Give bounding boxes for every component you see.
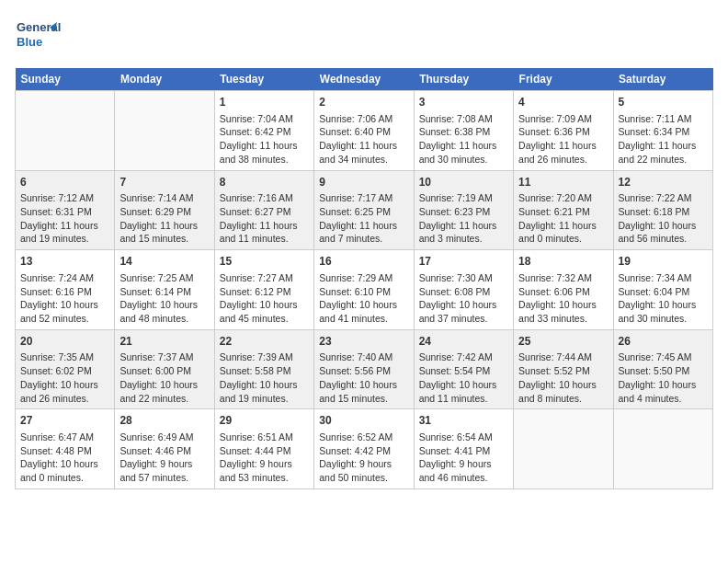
day-info: Daylight: 10 hours: [119, 298, 209, 312]
calendar-cell: 2Sunrise: 7:06 AMSunset: 6:40 PMDaylight…: [314, 91, 414, 171]
day-info: and 19 minutes.: [220, 392, 309, 406]
day-number: 11: [518, 175, 608, 190]
day-info: Sunset: 6:18 PM: [619, 205, 708, 219]
day-info: and 22 minutes.: [619, 153, 708, 167]
day-info: Sunset: 5:50 PM: [619, 364, 708, 378]
day-number: 5: [619, 95, 708, 110]
day-info: Sunrise: 7:14 AM: [119, 191, 209, 205]
day-info: Sunrise: 7:22 AM: [619, 191, 708, 205]
calendar-cell: 25Sunrise: 7:44 AMSunset: 5:52 PMDayligh…: [514, 329, 613, 409]
day-info: Sunrise: 7:04 AM: [220, 112, 309, 126]
calendar-cell: [16, 91, 115, 171]
day-info: and 50 minutes.: [319, 471, 408, 485]
calendar-week-row: 27Sunrise: 6:47 AMSunset: 4:48 PMDayligh…: [16, 409, 713, 489]
day-number: 26: [619, 334, 708, 350]
day-info: Sunrise: 7:25 AM: [119, 271, 209, 285]
day-info: Sunrise: 7:34 AM: [619, 271, 708, 285]
header-row: SundayMondayTuesdayWednesdayThursdayFrid…: [16, 68, 713, 91]
day-info: and 37 minutes.: [419, 312, 508, 326]
day-info: and 41 minutes.: [319, 312, 408, 326]
day-info: Sunset: 6:08 PM: [419, 285, 508, 299]
day-info: Sunrise: 7:20 AM: [518, 191, 608, 205]
calendar-week-row: 20Sunrise: 7:35 AMSunset: 6:02 PMDayligh…: [16, 329, 713, 409]
day-info: Daylight: 10 hours: [20, 378, 109, 392]
page-header: General Blue: [15, 15, 713, 61]
day-info: Sunset: 6:12 PM: [220, 285, 309, 299]
calendar-cell: 18Sunrise: 7:32 AMSunset: 6:06 PMDayligh…: [514, 250, 613, 330]
day-info: Sunrise: 7:40 AM: [319, 350, 408, 364]
logo: General Blue: [15, 15, 61, 61]
day-number: 4: [518, 95, 608, 110]
day-info: and 15 minutes.: [119, 232, 209, 246]
logo-svg: General Blue: [15, 15, 61, 61]
day-info: Daylight: 11 hours: [419, 139, 508, 153]
calendar-cell: 16Sunrise: 7:29 AMSunset: 6:10 PMDayligh…: [314, 250, 414, 330]
weekday-header: Monday: [115, 68, 214, 91]
day-info: Daylight: 10 hours: [20, 457, 109, 471]
day-info: Daylight: 10 hours: [220, 298, 309, 312]
day-info: Sunset: 6:10 PM: [319, 285, 408, 299]
day-info: Daylight: 11 hours: [518, 219, 608, 233]
day-info: Sunrise: 7:27 AM: [220, 271, 309, 285]
calendar-cell: 22Sunrise: 7:39 AMSunset: 5:58 PMDayligh…: [214, 329, 313, 409]
day-info: and 48 minutes.: [119, 312, 209, 326]
day-number: 9: [319, 175, 408, 190]
day-info: Daylight: 10 hours: [619, 219, 708, 233]
day-info: and 30 minutes.: [619, 312, 708, 326]
day-number: 1: [220, 95, 309, 110]
day-number: 22: [220, 334, 309, 350]
day-number: 3: [419, 95, 508, 110]
day-number: 18: [518, 254, 608, 270]
calendar-cell: 7Sunrise: 7:14 AMSunset: 6:29 PMDaylight…: [115, 170, 214, 250]
day-info: and 11 minutes.: [419, 392, 508, 406]
calendar-cell: 28Sunrise: 6:49 AMSunset: 4:46 PMDayligh…: [115, 409, 214, 489]
day-number: 7: [119, 175, 209, 190]
day-info: Sunrise: 6:51 AM: [220, 431, 309, 444]
day-info: Daylight: 9 hours: [319, 457, 408, 471]
day-info: Daylight: 10 hours: [319, 378, 408, 392]
day-info: and 57 minutes.: [119, 471, 209, 485]
calendar-cell: 9Sunrise: 7:17 AMSunset: 6:25 PMDaylight…: [314, 170, 414, 250]
day-info: Sunrise: 7:16 AM: [220, 191, 309, 205]
calendar-cell: 26Sunrise: 7:45 AMSunset: 5:50 PMDayligh…: [613, 329, 712, 409]
day-info: Sunrise: 7:17 AM: [319, 191, 408, 205]
day-info: and 15 minutes.: [319, 392, 408, 406]
calendar-table: SundayMondayTuesdayWednesdayThursdayFrid…: [15, 68, 713, 489]
day-info: Sunrise: 7:19 AM: [419, 191, 508, 205]
day-info: and 38 minutes.: [220, 153, 309, 167]
calendar-cell: [514, 409, 613, 489]
day-info: Sunset: 5:58 PM: [220, 364, 309, 378]
weekday-header: Saturday: [613, 68, 712, 91]
day-info: Sunrise: 7:11 AM: [619, 112, 708, 126]
day-info: Sunset: 6:21 PM: [518, 205, 608, 219]
day-number: 13: [20, 254, 109, 270]
day-number: 19: [619, 254, 708, 270]
day-info: Sunset: 6:23 PM: [419, 205, 508, 219]
calendar-cell: 15Sunrise: 7:27 AMSunset: 6:12 PMDayligh…: [214, 250, 313, 330]
day-info: Sunrise: 7:44 AM: [518, 350, 608, 364]
day-info: Sunrise: 6:52 AM: [319, 431, 408, 444]
day-info: Daylight: 10 hours: [319, 298, 408, 312]
day-info: Sunset: 6:42 PM: [220, 125, 309, 139]
day-info: Sunset: 6:31 PM: [20, 205, 109, 219]
calendar-cell: 10Sunrise: 7:19 AMSunset: 6:23 PMDayligh…: [414, 170, 513, 250]
day-number: 12: [619, 175, 708, 190]
calendar-cell: 14Sunrise: 7:25 AMSunset: 6:14 PMDayligh…: [115, 250, 214, 330]
day-info: and 22 minutes.: [119, 392, 209, 406]
day-info: and 0 minutes.: [518, 232, 608, 246]
svg-text:Blue: Blue: [17, 35, 42, 49]
day-info: Daylight: 11 hours: [319, 139, 408, 153]
day-info: Sunset: 6:29 PM: [119, 205, 209, 219]
day-info: Sunset: 5:56 PM: [319, 364, 408, 378]
calendar-cell: [613, 409, 712, 489]
calendar-cell: 24Sunrise: 7:42 AMSunset: 5:54 PMDayligh…: [414, 329, 513, 409]
day-info: Sunrise: 6:49 AM: [119, 431, 209, 444]
calendar-cell: 6Sunrise: 7:12 AMSunset: 6:31 PMDaylight…: [16, 170, 115, 250]
calendar-week-row: 1Sunrise: 7:04 AMSunset: 6:42 PMDaylight…: [16, 91, 713, 171]
day-info: Sunset: 6:38 PM: [419, 125, 508, 139]
day-info: Daylight: 10 hours: [619, 378, 708, 392]
day-info: Daylight: 11 hours: [518, 139, 608, 153]
day-info: Sunrise: 6:47 AM: [20, 431, 109, 444]
calendar-cell: 12Sunrise: 7:22 AMSunset: 6:18 PMDayligh…: [613, 170, 712, 250]
day-info: Sunrise: 7:29 AM: [319, 271, 408, 285]
